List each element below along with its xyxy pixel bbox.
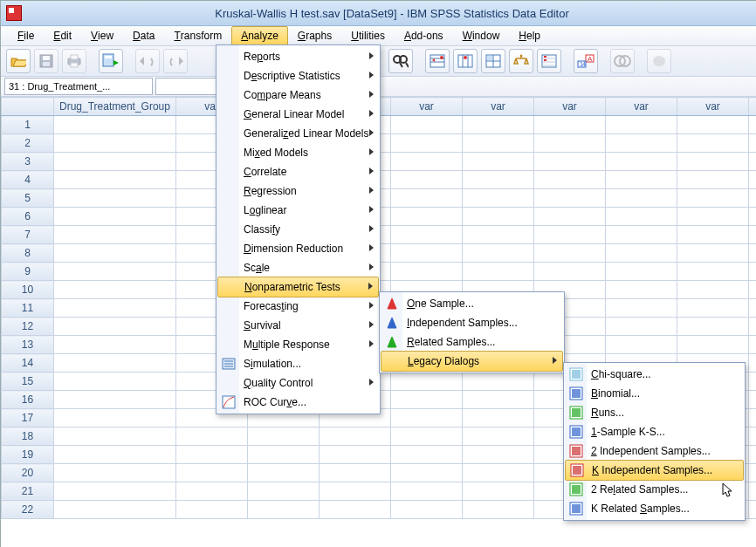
- menu-item-scale[interactable]: Scale: [217, 258, 379, 277]
- column-header-empty[interactable]: var: [677, 98, 749, 116]
- menu-item-independent-samples[interactable]: Independent Samples...: [381, 313, 563, 332]
- cell[interactable]: [749, 244, 757, 263]
- cell[interactable]: [677, 336, 749, 354]
- cell[interactable]: [534, 171, 606, 189]
- row-header[interactable]: 17: [2, 409, 54, 427]
- cell[interactable]: [54, 226, 176, 244]
- cell[interactable]: [391, 134, 463, 153]
- cell[interactable]: [463, 134, 534, 153]
- cell[interactable]: [320, 482, 391, 501]
- cell[interactable]: [391, 208, 463, 226]
- cell[interactable]: [677, 134, 749, 153]
- cell[interactable]: [677, 244, 749, 263]
- cell[interactable]: [534, 116, 606, 134]
- cell[interactable]: [534, 208, 606, 226]
- cell[interactable]: [54, 263, 176, 281]
- cell[interactable]: [391, 464, 463, 482]
- menubar-item-file[interactable]: File: [8, 26, 44, 45]
- row-header[interactable]: 9: [2, 263, 54, 281]
- cell[interactable]: [176, 427, 248, 446]
- cell[interactable]: [534, 263, 606, 281]
- cell[interactable]: [749, 263, 757, 281]
- cell[interactable]: [463, 501, 534, 519]
- cell[interactable]: [54, 373, 176, 391]
- cell[interactable]: [677, 116, 749, 134]
- row-header[interactable]: 7: [2, 226, 54, 244]
- menu-item-mixed-models[interactable]: Mixed Models: [217, 143, 379, 162]
- menu-item-one-sample[interactable]: One Sample...: [381, 294, 563, 313]
- cell[interactable]: [749, 208, 757, 226]
- row-header[interactable]: 19: [2, 446, 54, 464]
- value-labels-button[interactable]: A14: [574, 49, 598, 73]
- menu-item-legacy-dialogs[interactable]: Legacy Dialogs: [381, 351, 563, 372]
- menu-item-2-independent-samples[interactable]: 2 Independent Samples...: [565, 441, 744, 461]
- cell[interactable]: [248, 501, 320, 519]
- cell[interactable]: [749, 464, 757, 482]
- cell-reference[interactable]: 31 : Drug_Treatment_...: [4, 78, 153, 95]
- cell[interactable]: [463, 153, 534, 171]
- save-button[interactable]: [34, 49, 58, 73]
- cell[interactable]: [749, 354, 757, 373]
- row-header[interactable]: 2: [2, 134, 54, 153]
- row-header[interactable]: 16: [2, 391, 54, 409]
- cell[interactable]: [391, 409, 463, 427]
- cell[interactable]: [463, 446, 534, 464]
- cell[interactable]: [749, 134, 757, 153]
- menu-item-k-independent-samples[interactable]: K Independent Samples...: [565, 460, 744, 481]
- cell[interactable]: [391, 189, 463, 208]
- cell[interactable]: [54, 482, 176, 501]
- cell[interactable]: [749, 427, 757, 446]
- menu-item-general-linear-model[interactable]: General Linear Model: [217, 105, 379, 124]
- cell[interactable]: [320, 427, 391, 446]
- cell[interactable]: [749, 373, 757, 391]
- cell[interactable]: [677, 299, 749, 318]
- cell[interactable]: [391, 427, 463, 446]
- cell[interactable]: [176, 482, 248, 501]
- spellcheck-button[interactable]: [647, 49, 671, 73]
- cell[interactable]: [606, 116, 677, 134]
- menubar-item-analyze[interactable]: Analyze: [231, 26, 288, 45]
- weight-cases-button[interactable]: [509, 49, 533, 73]
- cell[interactable]: [463, 427, 534, 446]
- cell[interactable]: [176, 464, 248, 482]
- menubar-item-data[interactable]: Data: [123, 26, 164, 45]
- cell[interactable]: [677, 263, 749, 281]
- cell[interactable]: [248, 446, 320, 464]
- row-header[interactable]: 13: [2, 336, 54, 354]
- cell[interactable]: [54, 299, 176, 318]
- menubar-item-add-ons[interactable]: Add-ons: [395, 26, 453, 45]
- menubar-item-graphs[interactable]: Graphs: [288, 26, 341, 45]
- open-button[interactable]: [6, 49, 31, 73]
- cell[interactable]: [677, 153, 749, 171]
- menu-item-dimension-reduction[interactable]: Dimension Reduction: [217, 239, 379, 258]
- cell[interactable]: [54, 281, 176, 299]
- cell[interactable]: [54, 501, 176, 519]
- cell[interactable]: [463, 116, 534, 134]
- menu-item-forecasting[interactable]: Forecasting: [217, 297, 379, 316]
- row-header[interactable]: 4: [2, 171, 54, 189]
- cell[interactable]: [463, 482, 534, 501]
- cell[interactable]: [463, 226, 534, 244]
- cell[interactable]: [391, 116, 463, 134]
- cell[interactable]: [463, 208, 534, 226]
- cell[interactable]: [749, 189, 757, 208]
- column-header-empty[interactable]: var: [463, 98, 534, 116]
- cell[interactable]: [248, 427, 320, 446]
- row-header[interactable]: 6: [2, 208, 54, 226]
- cell[interactable]: [176, 446, 248, 464]
- cell[interactable]: [534, 226, 606, 244]
- cell[interactable]: [391, 244, 463, 263]
- menu-item-correlate[interactable]: Correlate: [217, 162, 379, 181]
- menubar-item-transform[interactable]: Transform: [164, 26, 231, 45]
- menu-item-regression[interactable]: Regression: [217, 181, 379, 201]
- column-header-empty[interactable]: var: [534, 98, 606, 116]
- cell[interactable]: [606, 318, 677, 336]
- cell[interactable]: [391, 373, 463, 391]
- cell[interactable]: [54, 116, 176, 134]
- cell[interactable]: [606, 208, 677, 226]
- menu-item-roc-curve[interactable]: ROC Curve...: [217, 393, 379, 412]
- cell[interactable]: [749, 318, 757, 336]
- menu-item-quality-control[interactable]: Quality Control: [217, 373, 379, 393]
- cell[interactable]: [749, 501, 757, 519]
- menu-item-multiple-response[interactable]: Multiple Response: [217, 335, 379, 354]
